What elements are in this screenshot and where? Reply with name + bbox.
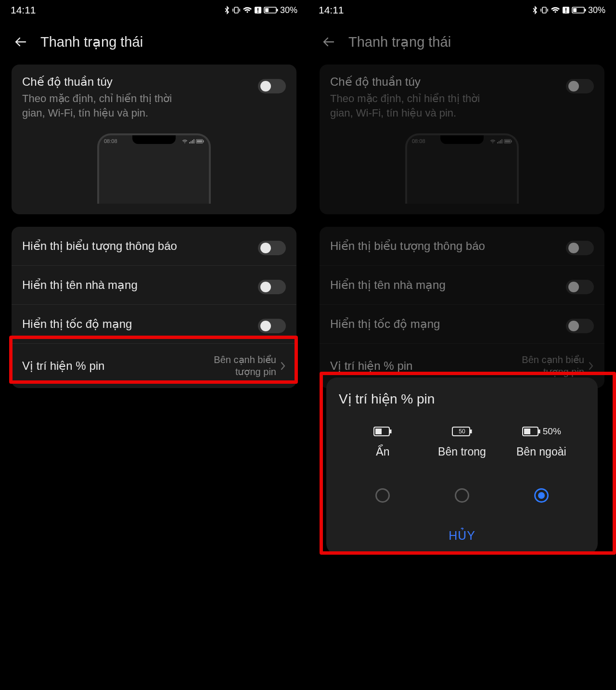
opt-hide[interactable]: Ẩn	[344, 424, 422, 503]
preview-signal-icon	[497, 139, 502, 143]
settings-list: Hiển thị biểu tượng thông báo Hiển thị t…	[12, 227, 296, 388]
radio-outside[interactable]	[534, 488, 549, 503]
screenshot-right: 14:11 30% Thanh trạng thái	[308, 0, 616, 690]
wifi-icon	[551, 6, 560, 14]
page-title: Thanh trạng thái	[40, 34, 143, 50]
svg-rect-30	[375, 429, 382, 434]
battery-inside-text: 50	[459, 428, 465, 435]
row-label: Hiển thị biểu tượng thông báo	[330, 239, 485, 253]
preview-wifi-icon	[182, 139, 188, 143]
svg-rect-29	[390, 430, 392, 433]
notif-icons-toggle[interactable]	[258, 241, 286, 255]
cancel-button[interactable]: HỦY	[339, 524, 585, 546]
pure-mode-toggle[interactable]	[258, 79, 286, 93]
svg-rect-0	[234, 7, 238, 13]
settings-list: Hiển thị biểu tượng thông báo Hiển thị t…	[320, 227, 604, 388]
title-row: Thanh trạng thái	[308, 20, 616, 65]
row-batt-pos[interactable]: Vị trí hiện % pin Bên cạnh biểu tượng pi…	[12, 344, 296, 388]
svg-rect-2	[257, 8, 258, 11]
bluetooth-icon	[532, 6, 538, 14]
svg-rect-7	[189, 142, 190, 143]
svg-rect-26	[511, 140, 512, 142]
battery-icon	[264, 6, 278, 14]
svg-rect-12	[203, 140, 204, 142]
status-icons: 30%	[224, 5, 297, 15]
back-button[interactable]	[321, 35, 336, 49]
dialog-title: Vị trí hiện % pin	[339, 391, 585, 407]
svg-rect-5	[277, 9, 278, 12]
svg-rect-27	[505, 140, 510, 143]
back-button[interactable]	[13, 35, 28, 49]
preview-time: 08:08	[104, 138, 117, 144]
preview-icons	[490, 139, 512, 143]
svg-rect-20	[573, 8, 577, 12]
preview-time: 08:08	[412, 138, 425, 144]
pure-mode-title: Chế độ thuần túy	[330, 75, 503, 89]
wifi-icon	[243, 6, 252, 14]
carrier-toggle[interactable]	[566, 280, 594, 294]
row-carrier[interactable]: Hiển thị tên nhà mạng	[12, 266, 296, 305]
radio-hide[interactable]	[375, 488, 390, 503]
battery-icon	[572, 6, 586, 14]
preview-wifi-icon	[490, 139, 496, 143]
row-label: Hiển thị tốc độ mạng	[330, 317, 440, 331]
svg-rect-16	[565, 8, 566, 11]
battery-percent: 30%	[280, 5, 297, 15]
page-title: Thanh trạng thái	[348, 34, 451, 50]
bluetooth-icon	[224, 6, 230, 14]
row-notif-icons[interactable]: Hiển thị biểu tượng thông báo	[320, 227, 604, 266]
svg-rect-32	[470, 430, 472, 433]
opt-inside[interactable]: 50 Bên trong	[423, 424, 501, 503]
status-bar: 14:11 30%	[308, 0, 616, 20]
row-label: Hiển thị tên nhà mạng	[22, 278, 138, 292]
status-icons: 30%	[532, 5, 605, 15]
row-value: Bên cạnh biểu tượng pin	[507, 354, 584, 378]
svg-rect-10	[193, 139, 194, 143]
svg-rect-19	[585, 9, 586, 12]
title-row: Thanh trạng thái	[0, 20, 308, 65]
svg-rect-6	[265, 8, 269, 12]
row-net-speed[interactable]: Hiển thị tốc độ mạng	[12, 305, 296, 344]
battery-percent: 30%	[588, 5, 605, 15]
preview-signal-icon	[189, 139, 194, 143]
opt-outside[interactable]: 50% Bên ngoài	[502, 424, 580, 503]
pure-mode-toggle[interactable]	[566, 79, 594, 93]
svg-rect-24	[501, 139, 502, 143]
row-net-speed[interactable]: Hiển thị tốc độ mạng	[320, 305, 604, 344]
battery-outside-text: 50%	[543, 426, 561, 437]
chevron-right-icon	[588, 361, 594, 371]
row-notif-icons[interactable]: Hiển thị biểu tượng thông báo	[12, 227, 296, 266]
carrier-toggle[interactable]	[258, 280, 286, 294]
battery-inside-icon: 50	[451, 424, 473, 439]
vibrate-icon	[232, 6, 241, 14]
pure-mode-desc: Theo mặc định, chỉ hiển thị thời gian, W…	[22, 91, 195, 120]
svg-rect-21	[497, 142, 498, 143]
row-label: Hiển thị tốc độ mạng	[22, 317, 132, 331]
row-value: Bên cạnh biểu tượng pin	[199, 354, 276, 378]
row-carrier[interactable]: Hiển thị tên nhà mạng	[320, 266, 604, 305]
svg-rect-14	[542, 7, 546, 13]
net-speed-toggle[interactable]	[258, 319, 286, 333]
opt-label: Ẩn	[376, 445, 390, 458]
pure-mode-card: Chế độ thuần túy Theo mặc định, chỉ hiển…	[320, 65, 604, 214]
battery-hide-icon	[373, 424, 392, 439]
row-label: Vị trí hiện % pin	[22, 359, 104, 373]
pure-mode-card: Chế độ thuần túy Theo mặc định, chỉ hiển…	[12, 65, 296, 214]
pure-mode-desc: Theo mặc định, chỉ hiển thị thời gian, W…	[330, 91, 503, 120]
status-time: 14:11	[319, 4, 344, 16]
row-label: Vị trí hiện % pin	[330, 359, 412, 373]
svg-rect-13	[197, 140, 202, 143]
pure-mode-title: Chế độ thuần túy	[22, 75, 195, 89]
vibrate-icon	[540, 6, 549, 14]
svg-rect-34	[539, 430, 540, 433]
status-bar: 14:11 30%	[0, 0, 308, 20]
radio-inside[interactable]	[455, 488, 469, 503]
preview-icons	[182, 139, 204, 143]
row-label: Hiển thị tên nhà mạng	[330, 278, 446, 292]
svg-rect-17	[565, 12, 566, 13]
opt-label: Bên ngoài	[516, 445, 566, 458]
svg-rect-3	[257, 12, 258, 13]
alert-icon	[562, 6, 570, 14]
net-speed-toggle[interactable]	[566, 319, 594, 333]
notif-icons-toggle[interactable]	[566, 241, 594, 255]
